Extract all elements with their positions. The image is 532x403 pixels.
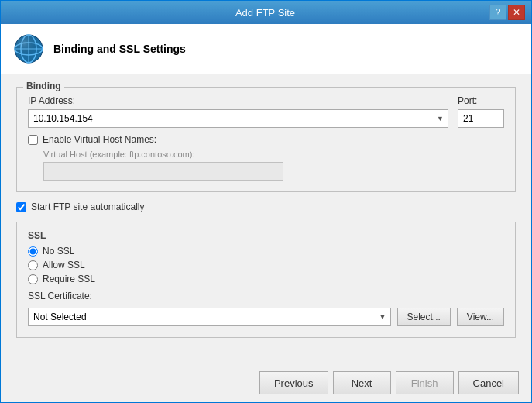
ssl-cert-label: SSL Certificate: [28, 291, 504, 301]
no-ssl-radio[interactable] [28, 246, 38, 257]
enable-virtual-host-checkbox[interactable] [28, 135, 38, 145]
ip-address-select-wrapper: 10.10.154.154 [28, 109, 448, 128]
next-button[interactable]: Next [333, 371, 391, 394]
dialog-header: Binding and SSL Settings [1, 24, 531, 74]
allow-ssl-radio[interactable] [28, 260, 38, 270]
ip-address-field-group: IP Address: 10.10.154.154 [28, 95, 448, 128]
start-auto-row: Start FTP site automatically [16, 202, 516, 212]
finish-button[interactable]: Finish [396, 371, 454, 394]
virtual-host-placeholder-text: Virtual Host (example: ftp.contoso.com): [43, 150, 504, 159]
port-field-group: Port: [458, 95, 504, 128]
title-bar-controls: ? ✕ [489, 5, 525, 20]
title-bar: Add FTP Site ? ✕ [1, 1, 531, 24]
require-ssl-label[interactable]: Require SSL [43, 274, 95, 284]
dialog-content: Binding IP Address: 10.10.154.154 Port: [1, 74, 531, 363]
globe-icon [13, 33, 44, 64]
virtual-host-checkbox-row: Enable Virtual Host Names: [28, 134, 504, 145]
no-ssl-label[interactable]: No SSL [43, 246, 74, 257]
previous-button[interactable]: Previous [259, 371, 328, 394]
ssl-cert-select[interactable]: Not Selected [28, 308, 391, 326]
allow-ssl-label[interactable]: Allow SSL [43, 260, 85, 270]
ip-address-select[interactable]: 10.10.154.154 [28, 109, 448, 128]
allow-ssl-radio-row: Allow SSL [28, 260, 504, 270]
start-auto-label[interactable]: Start FTP site automatically [31, 202, 145, 212]
no-ssl-radio-row: No SSL [28, 246, 504, 257]
start-auto-checkbox[interactable] [16, 202, 26, 212]
cancel-button[interactable]: Cancel [458, 371, 519, 394]
window-title: Add FTP Site [41, 7, 489, 19]
dialog-footer: Previous Next Finish Cancel [1, 363, 531, 402]
svg-point-5 [15, 35, 43, 63]
close-button[interactable]: ✕ [508, 5, 525, 20]
ip-address-label: IP Address: [28, 95, 448, 106]
port-label: Port: [458, 95, 504, 106]
help-button[interactable]: ? [489, 5, 506, 20]
ssl-select-button[interactable]: Select... [397, 308, 451, 326]
ssl-cert-select-wrapper: Not Selected [28, 308, 391, 326]
port-input[interactable] [458, 109, 504, 128]
binding-form-row: IP Address: 10.10.154.154 Port: [28, 95, 504, 128]
ssl-cert-row: Not Selected Select... View... [28, 308, 504, 326]
ssl-view-button[interactable]: View... [457, 308, 504, 326]
binding-group-label: Binding [23, 81, 64, 91]
require-ssl-radio-row: Require SSL [28, 274, 504, 284]
enable-virtual-host-label[interactable]: Enable Virtual Host Names: [43, 134, 156, 145]
binding-group: Binding IP Address: 10.10.154.154 Port: [16, 87, 516, 192]
require-ssl-radio[interactable] [28, 274, 38, 284]
dialog-window: Add FTP Site ? ✕ Bin [0, 0, 532, 403]
ssl-group-label: SSL [28, 230, 504, 241]
header-title: Binding and SSL Settings [53, 43, 186, 55]
ssl-group-box: SSL No SSL Allow SSL Require SSL SSL Cer… [16, 222, 516, 338]
virtual-host-input[interactable] [43, 162, 283, 181]
